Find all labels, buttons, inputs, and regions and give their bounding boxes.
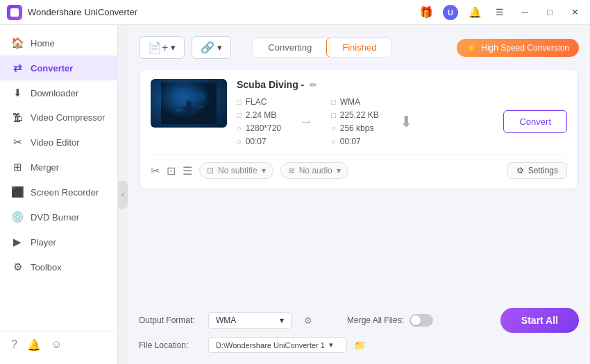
file-path-value: D:\Wondershare UniConverter 1 bbox=[216, 341, 325, 349]
audio-arrow: ▾ bbox=[337, 166, 341, 175]
add-url-arrow: ▾ bbox=[217, 42, 222, 53]
merge-toggle[interactable] bbox=[410, 314, 433, 327]
settings-button[interactable]: ⚙ Settings bbox=[507, 162, 567, 179]
source-duration-row: ○ 00:07 bbox=[237, 137, 281, 146]
tab-converting[interactable]: Converting bbox=[253, 38, 327, 57]
merger-icon: ⊞ bbox=[11, 161, 24, 173]
merge-all-row: Merge All Files: bbox=[347, 314, 433, 327]
target-format: WMA bbox=[340, 97, 360, 107]
speed-label: High Speed Conversion bbox=[481, 43, 569, 53]
target-meta: □ WMA □ 225.22 KB ○ 256 kbps bbox=[331, 97, 379, 146]
svg-point-2 bbox=[186, 101, 192, 106]
source-meta: □ FLAC □ 2.24 MB ○ 1280*720 bbox=[237, 97, 281, 146]
dur-icon: ○ bbox=[237, 137, 242, 146]
titlebar-controls: 🎁 U 🔔 ☰ ─ □ ✕ bbox=[418, 4, 583, 21]
thumbnail-image bbox=[161, 83, 217, 124]
sidebar-item-converter[interactable]: ⇄ Converter bbox=[0, 55, 117, 80]
svg-point-1 bbox=[171, 91, 206, 102]
sidebar-label-player: Player bbox=[31, 237, 56, 248]
sidebar-label-video-compressor: Video Compressor bbox=[31, 112, 105, 123]
high-speed-button[interactable]: ⚡ High Speed Conversion bbox=[457, 39, 579, 57]
sidebar-label-screen-recorder: Screen Recorder bbox=[31, 187, 99, 198]
add-url-button[interactable]: 🔗 ▾ bbox=[192, 36, 231, 59]
gift-icon[interactable]: 🎁 bbox=[418, 4, 435, 21]
notification-icon[interactable]: 🔔 bbox=[466, 4, 483, 21]
sidebar-item-player[interactable]: ▶ Player bbox=[0, 229, 117, 254]
close-icon[interactable]: ✕ bbox=[566, 4, 583, 21]
menu-icon[interactable]: ☰ bbox=[491, 4, 508, 21]
tab-finished[interactable]: Finished bbox=[326, 37, 392, 58]
target-dur-icon: ○ bbox=[331, 137, 336, 146]
feedback-icon[interactable]: ☺ bbox=[51, 338, 62, 352]
target-format-row: □ WMA bbox=[331, 97, 379, 107]
sidebar-label-converter: Converter bbox=[31, 63, 73, 73]
compressor-icon: 🗜 bbox=[11, 112, 24, 123]
downloader-icon: ⬇ bbox=[11, 87, 24, 99]
sidebar-label-home: Home bbox=[31, 38, 55, 49]
source-duration: 00:07 bbox=[246, 137, 267, 146]
file-card-top: Scuba Diving - ✏ □ FLAC □ 2.24 bbox=[151, 79, 567, 146]
open-folder-icon[interactable]: 📁 bbox=[354, 340, 366, 351]
file-card: Scuba Diving - ✏ □ FLAC □ 2.24 bbox=[139, 69, 579, 189]
merge-all-label: Merge All Files: bbox=[347, 315, 404, 325]
app-logo bbox=[7, 5, 22, 20]
target-bitrate-icon: ○ bbox=[331, 124, 336, 132]
sidebar-item-toolbox[interactable]: ⚙ Toolbox bbox=[0, 254, 117, 279]
output-format-value: WMA bbox=[216, 315, 236, 325]
app-title: Wondershare UniConverter bbox=[28, 7, 137, 17]
sidebar-item-home[interactable]: 🏠 Home bbox=[0, 31, 117, 55]
download-settings-icon[interactable]: ⬇ bbox=[400, 113, 412, 131]
settings-label: Settings bbox=[528, 166, 558, 175]
crop-icon[interactable]: ⊡ bbox=[167, 164, 176, 177]
minimize-icon[interactable]: ─ bbox=[516, 4, 533, 21]
source-resolution-row: ○ 1280*720 bbox=[237, 123, 281, 133]
titlebar: Wondershare UniConverter 🎁 U 🔔 ☰ ─ □ ✕ bbox=[0, 0, 590, 25]
edit-title-icon[interactable]: ✏ bbox=[310, 80, 317, 90]
sidebar-item-merger[interactable]: ⊞ Merger bbox=[0, 155, 117, 180]
subtitle-select[interactable]: ⊡ No subtitle ▾ bbox=[199, 162, 273, 179]
file-thumbnail bbox=[151, 79, 227, 128]
output-format-select[interactable]: WMA ▾ bbox=[208, 312, 292, 329]
format-icon: □ bbox=[237, 98, 242, 106]
add-files-button[interactable]: 📄+ ▾ bbox=[139, 36, 185, 59]
sidebar-item-dvd-burner[interactable]: 💿 DVD Burner bbox=[0, 205, 117, 229]
sidebar-collapse-handle[interactable]: ‹ bbox=[118, 181, 128, 209]
subtitle-arrow: ▾ bbox=[262, 166, 266, 175]
main-layout: 🏠 Home ⇄ Converter ⬇ Downloader 🗜 Video … bbox=[0, 25, 590, 364]
help-icon[interactable]: ? bbox=[11, 338, 17, 352]
user-avatar[interactable]: U bbox=[443, 5, 458, 20]
add-files-icon: 📄+ bbox=[148, 41, 168, 54]
source-resolution: 1280*720 bbox=[246, 123, 281, 133]
cut-icon[interactable]: ✂ bbox=[151, 164, 160, 177]
sidebar: 🏠 Home ⇄ Converter ⬇ Downloader 🗜 Video … bbox=[0, 25, 118, 364]
toolbar: 📄+ ▾ 🔗 ▾ Converting Finished ⚡ High Spee… bbox=[139, 36, 579, 59]
maximize-icon[interactable]: □ bbox=[541, 4, 558, 21]
file-path-select[interactable]: D:\Wondershare UniConverter 1 ▾ bbox=[208, 337, 347, 353]
add-url-icon: 🔗 bbox=[201, 41, 214, 54]
source-format-row: □ FLAC bbox=[237, 97, 281, 107]
source-size: 2.24 MB bbox=[246, 110, 277, 120]
bell-icon[interactable]: 🔔 bbox=[27, 338, 41, 352]
file-info: Scuba Diving - ✏ □ FLAC □ 2.24 bbox=[237, 79, 567, 146]
audio-label: No audio bbox=[299, 166, 332, 175]
tab-group: Converting Finished bbox=[252, 37, 392, 58]
source-format: FLAC bbox=[246, 97, 267, 107]
sidebar-item-video-editor[interactable]: ✂ Video Editor bbox=[0, 130, 117, 155]
sidebar-item-video-compressor[interactable]: 🗜 Video Compressor bbox=[0, 105, 117, 130]
target-format-icon: □ bbox=[331, 98, 336, 106]
convert-button[interactable]: Convert bbox=[503, 110, 567, 133]
audio-select[interactable]: ≋ No audio ▾ bbox=[280, 162, 348, 179]
file-meta-convert: □ FLAC □ 2.24 MB ○ 1280*720 bbox=[237, 97, 567, 146]
sidebar-item-screen-recorder[interactable]: ⬛ Screen Recorder bbox=[0, 180, 117, 205]
effects-icon[interactable]: ☰ bbox=[183, 164, 192, 177]
toggle-knob bbox=[411, 315, 421, 325]
path-arrow: ▾ bbox=[329, 340, 333, 349]
res-icon: ○ bbox=[237, 124, 242, 132]
sidebar-label-merger: Merger bbox=[31, 162, 59, 173]
output-format-label: Output Format: bbox=[139, 315, 201, 325]
start-all-button[interactable]: Start All bbox=[500, 308, 579, 333]
audio-wave-icon: ≋ bbox=[288, 166, 295, 175]
format-settings-icon[interactable]: ⚙ bbox=[304, 315, 312, 326]
file-location-row: File Location: D:\Wondershare UniConvert… bbox=[139, 337, 579, 353]
sidebar-item-downloader[interactable]: ⬇ Downloader bbox=[0, 80, 117, 105]
